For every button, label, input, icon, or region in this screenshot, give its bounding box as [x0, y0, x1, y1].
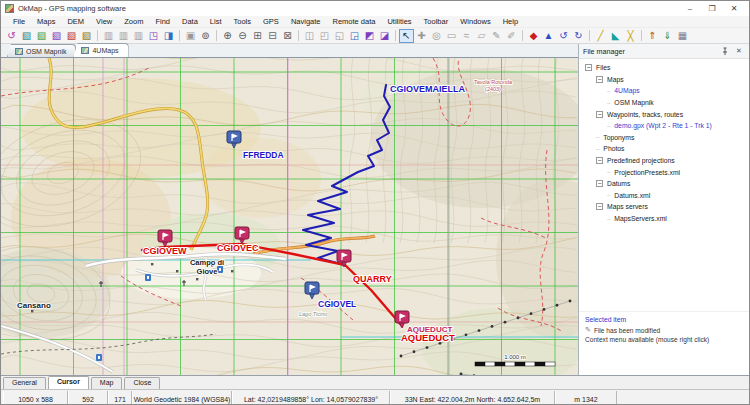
expander-icon[interactable]: − [596, 76, 603, 83]
tree-item-files[interactable]: −Files [583, 62, 749, 74]
tree-item-photos[interactable]: –Photos [583, 143, 749, 155]
scale-label: 1.000 m [504, 354, 526, 360]
panel-close-icon[interactable]: ✕ [733, 47, 745, 55]
toolbar-separator [216, 30, 217, 41]
toolbar-remote-grid-button[interactable]: ▦ [675, 29, 690, 43]
toolbar-zoom-in-button[interactable]: ⊕ [220, 29, 235, 43]
menu-item-toolbar[interactable]: Toolbar [418, 16, 455, 28]
tab-osm-mapnik[interactable]: OSM Mapnik [7, 44, 76, 57]
toolbar-pointer-tool-button[interactable]: ↖ [399, 29, 414, 43]
toolbar-profile-view-button[interactable]: ◪ [377, 29, 392, 43]
toolbar-tile-vertical-button[interactable]: ◰ [317, 29, 332, 43]
toolbar-split-track-button[interactable]: ✐ [504, 29, 519, 43]
toolbar-rotate-left-button[interactable]: ↺ [556, 29, 571, 43]
menu-item-find[interactable]: Find [149, 16, 176, 28]
expander-icon[interactable]: − [596, 203, 603, 210]
toolbar-draw-track-button[interactable]: ≈ [459, 29, 474, 43]
toolbar-save-map-button[interactable]: ▧ [49, 29, 64, 43]
toolbar-find-button[interactable]: ⊚ [198, 29, 213, 43]
toolbar-zoom-out-button[interactable]: ⊖ [235, 29, 250, 43]
toolbar-measure-bearing-button[interactable]: ╳ [623, 29, 638, 43]
toolbar-zoom-window-button[interactable]: ⊞ [250, 29, 265, 43]
toolbar-center-position-button[interactable]: ◆ [526, 29, 541, 43]
toolbar-calibrate-map-button[interactable]: ◳ [146, 29, 161, 43]
menu-item-utilities[interactable]: Utilities [381, 16, 417, 28]
toolbar-draw-area-button[interactable]: ▱ [474, 29, 489, 43]
map-canvas[interactable]: CGIOVEMAIELLAFFREDDACGIOVEWCGIOVECQUARRY… [1, 58, 578, 375]
tree-item-toponyms[interactable]: –Toponyms [583, 132, 749, 144]
tree-item-4umaps[interactable]: –4UMaps [583, 85, 749, 97]
tree-item-osm-mapnik[interactable]: –OSM Mapnik [583, 97, 749, 109]
toolbar-overlay-view-button[interactable]: ◲ [347, 29, 362, 43]
bottom-tab-map[interactable]: Map [91, 377, 123, 389]
bottom-tab-general[interactable]: General [3, 377, 46, 389]
toolbar-new-map-button[interactable]: ▧ [34, 29, 49, 43]
toolbar-pan-tool-button[interactable]: ✚ [414, 29, 429, 43]
toolbar-draw-route-button[interactable]: ▭ [444, 29, 459, 43]
toolbar-delete-map-button[interactable]: ▧ [64, 29, 79, 43]
menu-item-maps[interactable]: Maps [31, 16, 61, 28]
toolbar-undo-view-button[interactable]: ↺ [4, 29, 19, 43]
menu-item-navigate[interactable]: Navigate [285, 16, 327, 28]
tree-item-demo-gpx-wpt-2-rte-1-trk-1[interactable]: –demo.gpx (Wpt 2 - Rte 1 - Trk 1) [583, 120, 749, 132]
menu-item-list[interactable]: List [204, 16, 228, 28]
tree-item-maps-servers[interactable]: −Maps servers [583, 201, 749, 213]
menu-item-view[interactable]: View [90, 16, 118, 28]
toolbar-link-map-button[interactable]: ◨ [161, 29, 176, 43]
expander-icon[interactable]: − [596, 180, 603, 187]
toolbar-cascade-windows-button[interactable]: ▣ [183, 29, 198, 43]
tree-item-predefined-projections[interactable]: −Predefined projections [583, 155, 749, 167]
maximize-button[interactable]: ❒ [701, 2, 723, 16]
menu-item-data[interactable]: Data [176, 16, 204, 28]
tab-4umaps[interactable]: 4UMaps [73, 43, 128, 57]
toolbar-import-map-button[interactable]: ▧ [79, 29, 94, 43]
toolbar-edit-nodes-button[interactable]: ✎ [489, 29, 504, 43]
menu-item-dem[interactable]: DEM [61, 16, 90, 28]
expander-icon[interactable]: − [585, 64, 592, 71]
menu-item-gps[interactable]: GPS [257, 16, 285, 28]
place-label: Tavola Rotonda [474, 79, 513, 85]
tree-item-label: Waypoints, tracks, routes [607, 111, 683, 118]
minimize-button[interactable]: – [679, 2, 701, 16]
menu-item-zoom[interactable]: Zoom [118, 16, 149, 28]
toolbar-save-all-button[interactable]: ▥ [116, 29, 131, 43]
menu-item-file[interactable]: File [7, 16, 31, 28]
tree-item-maps[interactable]: −Maps [583, 74, 749, 86]
tree-item-mapsservers-xml[interactable]: –MapsServers.xml [583, 213, 749, 225]
bottom-tab-close[interactable]: Close [124, 377, 160, 389]
toolbar-zoom-scale-button[interactable]: ⊟ [265, 29, 280, 43]
close-button[interactable]: ✕ [723, 2, 745, 16]
toolbar-measure-distance-button[interactable]: ╱ [593, 29, 608, 43]
okmap-window: OkMap - GPS mapping software – ❒ ✕ FileM… [0, 0, 750, 405]
toolbar-print-map-button[interactable]: ▥ [131, 29, 146, 43]
expander-icon[interactable]: − [596, 157, 603, 164]
toolbar-sync-views-button[interactable]: ◱ [332, 29, 347, 43]
toolbar-save-file-button[interactable]: ▥ [101, 29, 116, 43]
toolbar-goto-waypoint-button[interactable]: ▲ [541, 29, 556, 43]
menu-item-remote-data[interactable]: Remote data [326, 16, 381, 28]
toolbar-gps-upload-button[interactable]: ⇑ [645, 29, 660, 43]
tree-item-datums-xml[interactable]: –Datums.xml [583, 190, 749, 202]
expander-icon[interactable]: − [596, 111, 603, 118]
tree-item-datums[interactable]: −Datums [583, 178, 749, 190]
menu-item-help[interactable]: Help [497, 16, 524, 28]
toolbar-rotate-right-button[interactable]: ↻ [571, 29, 586, 43]
selected-item-status: File has been modified [594, 327, 660, 334]
place-label: Lago Ticino [299, 311, 327, 317]
menu-item-windows[interactable]: Windows [454, 16, 496, 28]
pin-icon[interactable] [721, 47, 733, 56]
tree-item-waypoints-tracks-routes[interactable]: −Waypoints, tracks, routes [583, 108, 749, 120]
toolbar-tile-horizontal-button[interactable]: ◫ [302, 29, 317, 43]
file-tree: −Files−Maps–4UMaps–OSM Mapnik−Waypoints,… [579, 59, 749, 311]
map-tab-strip: OSM Mapnik4UMaps [1, 44, 578, 58]
map-icon [15, 48, 23, 55]
toolbar-measure-area-button[interactable]: ◣ [608, 29, 623, 43]
toolbar-open-map-button[interactable]: ▧ [19, 29, 34, 43]
menu-item-tools[interactable]: Tools [228, 16, 258, 28]
toolbar-grid-view-button[interactable]: ◩ [362, 29, 377, 43]
toolbar-add-waypoint-button[interactable]: ◎ [429, 29, 444, 43]
bottom-tab-cursor[interactable]: Cursor [48, 376, 89, 389]
toolbar-zoom-full-button[interactable]: ⊠ [280, 29, 295, 43]
tree-item-projectionpresets-xml[interactable]: –ProjectionPresets.xml [583, 166, 749, 178]
toolbar-gps-download-button[interactable]: ⇓ [660, 29, 675, 43]
